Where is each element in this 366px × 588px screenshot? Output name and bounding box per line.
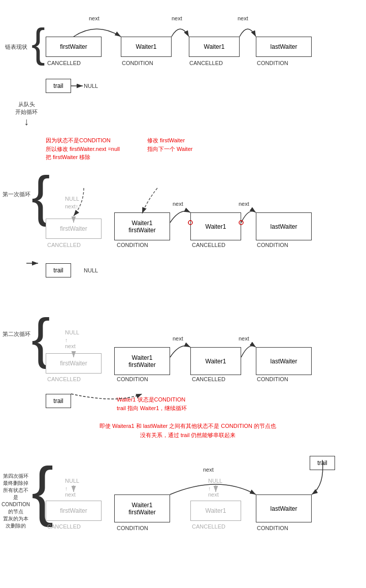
node-lastWaiter-s3: lastWaiter: [256, 347, 312, 375]
annotation-s3: Waiter1 状态是CONDITIONtrail 指向 Waiter1，继续循…: [117, 395, 187, 412]
node-lastWaiter-s1: lastWaiter: [256, 37, 312, 57]
label-condition-s3a: CONDITION: [117, 376, 148, 382]
label-cancelled-s3b: CANCELLED: [192, 376, 225, 382]
svg-text:next: next: [203, 467, 214, 473]
node-w1fw-s2: Waiter1firstWaiter: [114, 212, 170, 240]
label-cancelled-s1a: CANCELLED: [47, 60, 81, 66]
null-above-s4a: NULL: [65, 478, 79, 484]
label-cancelled-s1b: CANCELLED: [189, 60, 223, 66]
trail-box-s3: trail: [46, 394, 71, 408]
annotation-s4-header: 即使 Waitera1 和 lastWaiter 之间有其他状态不是 CONDI…: [46, 422, 330, 440]
node-waiter1-s4: Waiter1: [190, 501, 241, 521]
next-up-s3: ↑next: [65, 337, 76, 349]
svg-text:next: next: [172, 15, 182, 21]
annotation-s2-right: 修改 firstWaiter指向下一个 Waiter: [147, 136, 192, 153]
trail-box-s4: trail: [310, 456, 335, 470]
label-condition-s2a: CONDITION: [117, 242, 148, 248]
label-cancelled-s4a: CANCELLED: [47, 523, 81, 530]
annotation-s2-left: 因为状态不是CONDITION所以修改 firstWaiter.next =nu…: [46, 136, 120, 162]
next-up-s4b: ↑next: [208, 485, 219, 498]
node-lastWaiter-s4: lastWaiter: [256, 494, 312, 522]
next-above-s2: next↑: [65, 203, 78, 209]
section1-label: 链表现状: [1, 43, 31, 51]
svg-text:next: next: [239, 335, 249, 342]
null-label-s2: NULL: [84, 266, 98, 275]
label-cancelled-s2a: CANCELLED: [47, 242, 81, 248]
svg-text:next: next: [89, 15, 99, 21]
trail-box-s2: trail: [46, 263, 71, 277]
node-firstWaiter-s3: firstWaiter: [46, 353, 102, 374]
node-firstWaiter-s4: firstWaiter: [46, 501, 102, 521]
label-cancelled-s4b: CANCELLED: [192, 523, 225, 530]
section2-brace: {: [31, 168, 50, 224]
label-condition-s1a: CONDITION: [122, 60, 153, 66]
null-above-s4b: NULL: [208, 478, 222, 484]
node-waiter1-s2: Waiter1: [190, 212, 241, 240]
node-waiter1-s3: Waiter1: [190, 347, 241, 375]
trail-box-s1: trail: [46, 79, 71, 93]
node-w1fw-s4: Waiter1firstWaiter: [114, 494, 170, 522]
label-cancelled-s2b: CANCELLED: [192, 242, 225, 248]
label-condition-s4b: CONDITION: [257, 525, 288, 531]
null-above-s2: NULL: [65, 196, 79, 202]
node-waiter1b-s1: Waiter1: [189, 37, 240, 57]
svg-text:next: next: [173, 335, 183, 342]
label-cancelled-s3a: CANCELLED: [47, 376, 81, 382]
label-condition-s2b: CONDITION: [257, 242, 288, 248]
svg-text:next: next: [173, 201, 183, 207]
label-condition-s1b: CONDITION: [257, 60, 288, 66]
node-firstWaiter-s2: firstWaiter: [46, 219, 102, 239]
svg-text:next: next: [239, 201, 249, 207]
svg-text:next: next: [238, 15, 248, 21]
section3-label: 第二次循环: [1, 330, 31, 338]
null-label-s1: NULL: [84, 82, 98, 90]
label-condition-s3b: CONDITION: [257, 376, 288, 382]
divider-arrow: 从队头 开始循环 ↓: [15, 101, 38, 128]
null-above-s3: NULL: [65, 329, 79, 335]
label-condition-s4a: CONDITION: [117, 525, 148, 531]
node-lastWaiter-s2: lastWaiter: [256, 212, 312, 240]
section2-label: 第一次循环: [1, 191, 31, 198]
section4-label: 第四次循环最终删除掉所有状态不是CONDITION的节点置灰的为本次删除的: [1, 473, 30, 530]
node-w1fw-s3: Waiter1firstWaiter: [114, 347, 170, 375]
node-waiter1-s1: Waiter1: [121, 37, 172, 57]
node-firstWaiter-s1: firstWaiter: [46, 37, 102, 57]
next-up-s4a: ↑next: [65, 485, 76, 498]
section1-brace: {: [31, 23, 45, 64]
